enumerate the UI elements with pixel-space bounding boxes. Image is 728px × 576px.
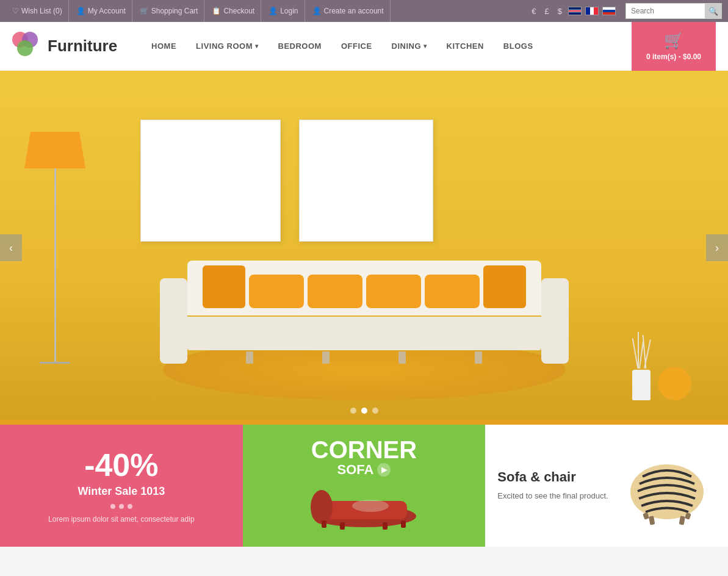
- chevron-down-icon-2: ▾: [423, 43, 427, 49]
- create-account-label: Create an account: [324, 7, 384, 15]
- circle-green: [17, 40, 33, 56]
- chair-svg: [618, 446, 716, 525]
- product-desc: Excited to see the final product.: [497, 490, 608, 502]
- search-button[interactable]: 🔍: [705, 3, 722, 19]
- reed: [638, 332, 639, 369]
- heart-icon: ♡: [12, 7, 19, 15]
- cushion-2: [249, 275, 304, 308]
- nav-living-room[interactable]: LIVING ROOM ▾: [186, 22, 268, 71]
- svg-rect-3: [322, 520, 326, 528]
- my-account-link[interactable]: 👤 My Account: [70, 0, 132, 22]
- product-title: Sofa & chair: [497, 469, 608, 485]
- sofa-leg-1: [246, 351, 253, 364]
- nav-blogs[interactable]: BLOGS: [494, 22, 543, 71]
- chevron-down-icon: ▾: [255, 43, 259, 49]
- login-label: Login: [280, 7, 298, 15]
- promo-pink-content: -40% Winter Sale 1013 Lorem ipsum dolor …: [0, 425, 243, 547]
- svg-rect-6: [401, 520, 406, 528]
- slider-dot-3[interactable]: [372, 408, 378, 414]
- chaise-image: [309, 483, 419, 534]
- dots-row: [110, 504, 132, 509]
- checkout-link[interactable]: 📋 Checkout: [206, 0, 261, 22]
- arrow-right-icon: ▶: [377, 463, 391, 477]
- promo-card-corner-sofa[interactable]: CORNER SOFA ▶: [243, 425, 486, 547]
- sofa: [187, 261, 541, 364]
- sofa-leg-2: [322, 351, 330, 364]
- shopping-cart-label: Shopping Cart: [151, 7, 198, 15]
- lamp-base: [40, 362, 70, 364]
- promo-card-sofa-chair[interactable]: Sofa & chair Excited to see the final pr…: [485, 425, 728, 547]
- sofa-label: SOFA ▶: [337, 462, 391, 478]
- slider-dots: [350, 408, 378, 414]
- floor-strip: [0, 420, 728, 425]
- top-bar-right: € £ $ 🔍: [529, 3, 722, 19]
- slider-dot-2[interactable]: [361, 408, 367, 414]
- cushion-3: [308, 275, 362, 308]
- sale-label: Winter Sale 1013: [77, 485, 165, 498]
- dot-2: [119, 504, 124, 509]
- checkout-icon: 📋: [212, 7, 221, 15]
- dot-1: [110, 504, 115, 509]
- sale-percent: -40%: [84, 448, 158, 483]
- promo-white-content: Sofa & chair Excited to see the final pr…: [485, 425, 728, 547]
- promo-section: -40% Winter Sale 1013 Lorem ipsum dolor …: [0, 425, 728, 547]
- reed-diffuser: [632, 332, 651, 400]
- create-account-link[interactable]: 👤 Create an account: [306, 0, 391, 22]
- sofa-arm-left: [160, 278, 187, 364]
- nav-dining[interactable]: DINING ▾: [382, 22, 437, 71]
- nav-kitchen[interactable]: KITCHEN: [437, 22, 494, 71]
- promo-card-sale[interactable]: -40% Winter Sale 1013 Lorem ipsum dolor …: [0, 425, 243, 547]
- slider-dot-1[interactable]: [350, 408, 356, 414]
- floor-lamp: [49, 132, 85, 364]
- currency-usd[interactable]: $: [555, 5, 564, 17]
- main-nav: HOME LIVING ROOM ▾ BEDROOM OFFICE DINING…: [142, 22, 632, 71]
- nav-bedroom[interactable]: BEDROOM: [268, 22, 331, 71]
- cushion-4: [366, 275, 421, 308]
- sofa-scene: [151, 217, 578, 388]
- lang-uk-flag[interactable]: [568, 7, 582, 15]
- cart-icon-top: 🛒: [140, 7, 149, 15]
- login-link[interactable]: 👤 Login: [262, 0, 305, 22]
- product-info: Sofa & chair Excited to see the final pr…: [497, 469, 608, 502]
- cushion-1: [203, 265, 245, 308]
- logo-circles: [12, 32, 41, 61]
- top-bar: ♡ Wish List (0) 👤 My Account 🛒 Shopping …: [0, 0, 728, 22]
- round-vase: [658, 367, 691, 400]
- cart-icon: 🛒: [664, 31, 683, 50]
- tall-vase: [632, 370, 651, 400]
- sofa-arm-right: [541, 278, 569, 364]
- user-icon: 👤: [76, 7, 85, 15]
- wishlist-link[interactable]: ♡ Wish List (0): [6, 0, 69, 22]
- svg-point-7: [352, 500, 389, 512]
- logo[interactable]: Furniture: [12, 32, 117, 61]
- svg-rect-4: [340, 522, 345, 530]
- shopping-cart-link[interactable]: 🛒 Shopping Cart: [134, 0, 205, 22]
- sofa-legs: [187, 351, 541, 364]
- sofa-body: [187, 261, 541, 364]
- my-account-label: My Account: [88, 7, 126, 15]
- sofa-leg-4: [475, 351, 482, 364]
- login-icon: 👤: [268, 7, 278, 15]
- slider-prev-button[interactable]: ‹: [0, 234, 22, 261]
- search-input[interactable]: [625, 3, 705, 19]
- corner-title: CORNER: [311, 437, 417, 462]
- cart-label: 0 item(s) - $0.00: [646, 52, 701, 61]
- checkout-label: Checkout: [223, 7, 254, 15]
- top-bar-left: ♡ Wish List (0) 👤 My Account 🛒 Shopping …: [6, 0, 529, 22]
- nav-home[interactable]: HOME: [142, 22, 186, 71]
- lang-fr-flag[interactable]: [585, 7, 599, 15]
- sofa-seat: [187, 317, 541, 350]
- search-box: 🔍: [625, 3, 722, 19]
- lang-ru-flag[interactable]: [602, 7, 616, 15]
- svg-point-2: [311, 490, 333, 524]
- chair-image: [618, 446, 716, 525]
- currency-eur[interactable]: €: [529, 5, 538, 17]
- nav-office[interactable]: OFFICE: [331, 22, 382, 71]
- slider-next-button[interactable]: ›: [706, 234, 728, 261]
- hero-slider: ‹ ›: [0, 71, 728, 425]
- cushion-6: [483, 265, 526, 308]
- sale-desc: Lorem ipsum dolor sit amet, consectetur …: [48, 515, 194, 524]
- currency-gbp[interactable]: £: [542, 5, 552, 17]
- promo-green-content: CORNER SOFA ▶: [243, 425, 486, 547]
- cart-button[interactable]: 🛒 0 item(s) - $0.00: [632, 22, 716, 71]
